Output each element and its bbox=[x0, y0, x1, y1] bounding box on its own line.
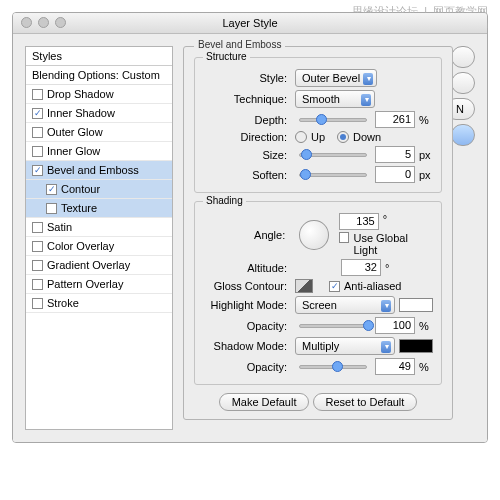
style-select[interactable]: Outer Bevel bbox=[295, 69, 377, 87]
checkbox[interactable] bbox=[32, 279, 43, 290]
make-default-button[interactable]: Make Default bbox=[219, 393, 310, 411]
highlight-opacity-input[interactable]: 100 bbox=[375, 317, 415, 334]
sidebar-item-pattern-overlay[interactable]: Pattern Overlay bbox=[26, 275, 172, 294]
checkbox[interactable] bbox=[32, 298, 43, 309]
angle-dial[interactable] bbox=[299, 220, 328, 250]
side-button-2[interactable] bbox=[451, 72, 475, 94]
checkbox[interactable] bbox=[46, 203, 57, 214]
window-controls[interactable] bbox=[21, 17, 66, 28]
sidebar-item-bevel-and-emboss[interactable]: Bevel and Emboss bbox=[26, 161, 172, 180]
structure-group: Structure Style:Outer Bevel Technique:Sm… bbox=[194, 57, 442, 193]
gloss-contour-picker[interactable] bbox=[295, 279, 313, 293]
titlebar: Layer Style bbox=[13, 13, 487, 34]
angle-input[interactable]: 135 bbox=[339, 213, 379, 230]
highlight-opacity-slider[interactable] bbox=[299, 324, 367, 328]
checkbox[interactable] bbox=[32, 165, 43, 176]
depth-input[interactable]: 261 bbox=[375, 111, 415, 128]
sidebar-item-satin[interactable]: Satin bbox=[26, 218, 172, 237]
checkbox[interactable] bbox=[32, 222, 43, 233]
sidebar-item-gradient-overlay[interactable]: Gradient Overlay bbox=[26, 256, 172, 275]
sidebar-item-inner-glow[interactable]: Inner Glow bbox=[26, 142, 172, 161]
altitude-input[interactable]: 32 bbox=[341, 259, 381, 276]
checkbox[interactable] bbox=[32, 127, 43, 138]
checkbox[interactable] bbox=[46, 184, 57, 195]
layer-style-window: Layer Style Styles Blending Options: Cus… bbox=[12, 12, 488, 443]
bevel-emboss-panel: Bevel and Emboss Structure Style:Outer B… bbox=[183, 46, 453, 420]
highlight-color[interactable] bbox=[399, 298, 433, 312]
sidebar-item-outer-glow[interactable]: Outer Glow bbox=[26, 123, 172, 142]
checkbox[interactable] bbox=[32, 146, 43, 157]
shadow-color[interactable] bbox=[399, 339, 433, 353]
size-input[interactable]: 5 bbox=[375, 146, 415, 163]
sidebar-item-inner-shadow[interactable]: Inner Shadow bbox=[26, 104, 172, 123]
side-button-3[interactable] bbox=[451, 124, 475, 146]
direction-up-radio[interactable] bbox=[295, 131, 307, 143]
shadow-opacity-input[interactable]: 49 bbox=[375, 358, 415, 375]
sidebar-item-drop-shadow[interactable]: Drop Shadow bbox=[26, 85, 172, 104]
shadow-opacity-slider[interactable] bbox=[299, 365, 367, 369]
soften-slider[interactable] bbox=[299, 173, 367, 177]
sidebar-item-contour[interactable]: Contour bbox=[26, 180, 172, 199]
technique-select[interactable]: Smooth bbox=[295, 90, 375, 108]
blending-options[interactable]: Blending Options: Custom bbox=[26, 66, 172, 85]
sidebar-item-stroke[interactable]: Stroke bbox=[26, 294, 172, 313]
window-title: Layer Style bbox=[222, 17, 277, 29]
sidebar-header[interactable]: Styles bbox=[26, 47, 172, 66]
checkbox[interactable] bbox=[32, 241, 43, 252]
sidebar-item-color-overlay[interactable]: Color Overlay bbox=[26, 237, 172, 256]
styles-sidebar: Styles Blending Options: Custom Drop Sha… bbox=[25, 46, 173, 430]
checkbox[interactable] bbox=[32, 89, 43, 100]
anti-aliased-checkbox[interactable] bbox=[329, 281, 340, 292]
soften-input[interactable]: 0 bbox=[375, 166, 415, 183]
global-light-checkbox[interactable] bbox=[339, 232, 350, 243]
panel-title: Bevel and Emboss bbox=[194, 39, 285, 50]
sidebar-item-texture[interactable]: Texture bbox=[26, 199, 172, 218]
shading-group: Shading Angle: 135° Use Global Light Alt… bbox=[194, 201, 442, 385]
reset-default-button[interactable]: Reset to Default bbox=[313, 393, 418, 411]
right-buttons: N bbox=[463, 46, 475, 430]
side-button-1[interactable] bbox=[451, 46, 475, 68]
highlight-mode-select[interactable]: Screen bbox=[295, 296, 395, 314]
direction-down-radio[interactable] bbox=[337, 131, 349, 143]
checkbox[interactable] bbox=[32, 260, 43, 271]
size-slider[interactable] bbox=[299, 153, 367, 157]
shadow-mode-select[interactable]: Multiply bbox=[295, 337, 395, 355]
depth-slider[interactable] bbox=[299, 118, 367, 122]
checkbox[interactable] bbox=[32, 108, 43, 119]
